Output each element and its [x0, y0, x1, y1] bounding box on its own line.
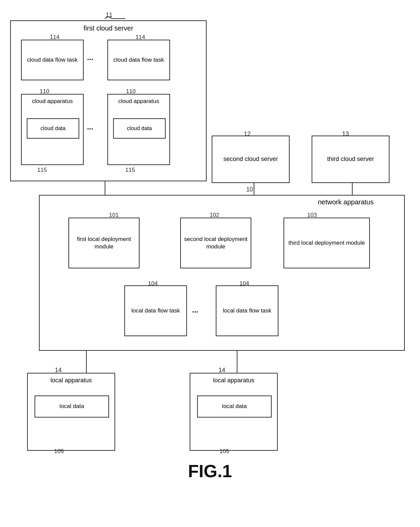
figure-label: FIG.1 [0, 461, 420, 481]
ref-10: 10 [246, 186, 253, 193]
ref-114-2: 114 [135, 34, 145, 41]
second-local-deployment-box: second local deployment module [180, 218, 251, 268]
ref-102: 102 [210, 212, 219, 219]
network-apparatus-label: network apparatus [318, 198, 374, 206]
dots-cloud-tasks: ... [87, 53, 93, 62]
first-local-deployment-box: first local deployment module [68, 218, 140, 268]
ref-114-1: 114 [50, 34, 59, 41]
ref-11: 11 [106, 12, 112, 19]
local-apparatus-2-box: local apparatus local data [190, 373, 278, 451]
first-cloud-server-label: first cloud server [11, 24, 206, 32]
local-apparatus-1-label: local apparatus [28, 377, 114, 384]
diagram: 11 first cloud server cloud data flow ta… [0, 0, 420, 491]
cloud-apparatus-1-label: cloud apparatus [22, 98, 83, 105]
local-data-1: local data [35, 396, 109, 418]
first-cloud-server-box: 11 first cloud server cloud data flow ta… [10, 20, 207, 181]
local-apparatus-1-box: local apparatus local data [27, 373, 115, 451]
cloud-data-2: cloud data [113, 118, 166, 139]
ref-101: 101 [109, 212, 119, 219]
dots-apparatus: ... [87, 123, 93, 131]
cloud-data-flow-task-2: cloud data flow task [107, 40, 170, 80]
second-cloud-server-box: second cloud server [212, 136, 290, 183]
third-cloud-server-box: third cloud server [312, 136, 390, 183]
cloud-apparatus-2-label: cloud apparatus [108, 98, 169, 105]
ref-105-2: 105 [219, 448, 229, 455]
dots-local-tasks: ... [192, 306, 198, 315]
ref-115-1: 115 [37, 167, 47, 174]
ref-103: 103 [307, 212, 317, 219]
cloud-apparatus-1: cloud apparatus cloud data [21, 94, 84, 165]
ref-115-2: 115 [125, 167, 135, 174]
ref-105-1: 105 [54, 448, 64, 455]
ref-12: 12 [244, 130, 251, 138]
ref-110-1: 110 [40, 88, 49, 95]
ref-104-1: 104 [148, 280, 158, 287]
local-apparatus-2-label: local apparatus [190, 377, 277, 384]
ref-13: 13 [342, 130, 349, 138]
ref-14-1: 14 [55, 367, 62, 374]
network-apparatus-box: network apparatus 10 first local deploym… [39, 195, 405, 351]
local-data-flow-task-2: local data flow task [216, 285, 278, 336]
local-data-2: local data [197, 396, 272, 418]
ref-110-2: 110 [126, 88, 135, 95]
ref-104-2: 104 [239, 280, 249, 287]
cloud-data-1: cloud data [27, 118, 79, 139]
third-local-deployment-box: third local deployment module [284, 218, 370, 268]
local-data-flow-task-1: local data flow task [124, 285, 187, 336]
ref-14-2: 14 [218, 367, 225, 374]
cloud-data-flow-task-1: cloud data flow task [21, 40, 84, 80]
cloud-apparatus-2: cloud apparatus cloud data [107, 94, 170, 165]
